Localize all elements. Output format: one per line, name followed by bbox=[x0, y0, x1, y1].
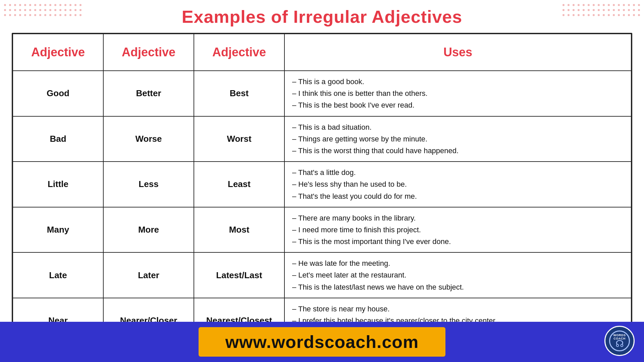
table-row: BadWorseWorst– This is a bad situation.–… bbox=[13, 116, 631, 162]
use-example: – This is the best book I've ever read. bbox=[292, 99, 624, 111]
logo-badge-inner: WORDSCOACH ☊ bbox=[609, 330, 630, 351]
use-example: – The store is near my house. bbox=[292, 303, 624, 315]
cell-adjective-comparative: More bbox=[103, 207, 194, 253]
cell-adjective-comparative: Less bbox=[103, 162, 194, 207]
cell-uses: – That's a little dog.– He's less shy th… bbox=[284, 162, 631, 207]
cell-adjective-superlative: Worst bbox=[194, 116, 284, 162]
use-example: – There are many books in the library. bbox=[292, 212, 624, 224]
header-col2: Adjective bbox=[103, 34, 194, 71]
cell-adjective-superlative: Latest/Last bbox=[194, 252, 284, 298]
use-example: – That's a little dog. bbox=[292, 167, 624, 178]
table-header-row: Adjective Adjective Adjective Uses bbox=[13, 34, 631, 71]
cell-uses: – There are many books in the library.– … bbox=[284, 207, 631, 253]
cell-uses: – He was late for the meeting.– Let's me… bbox=[284, 252, 631, 298]
use-example: – This is a bad situation. bbox=[292, 121, 624, 133]
cell-adjective-comparative: Better bbox=[103, 71, 194, 116]
use-example: – I think this one is better than the ot… bbox=[292, 87, 624, 99]
cell-adjective-base: Late bbox=[13, 252, 103, 298]
cell-adjective-comparative: Later bbox=[103, 252, 194, 298]
table-row: ManyMoreMost– There are many books in th… bbox=[13, 207, 631, 253]
use-example: – Let's meet later at the restaurant. bbox=[292, 269, 624, 281]
use-example: – That's the least you could do for me. bbox=[292, 190, 624, 202]
footer: www.wordscoach.com bbox=[0, 322, 644, 362]
footer-url: www.wordscoach.com bbox=[199, 327, 446, 357]
use-example: – Things are getting worse by the minute… bbox=[292, 133, 624, 145]
use-example: – He was late for the meeting. bbox=[292, 257, 624, 269]
header-col4: Uses bbox=[284, 34, 631, 71]
cell-adjective-base: Bad bbox=[13, 116, 103, 162]
cell-adjective-comparative: Worse bbox=[103, 116, 194, 162]
cell-adjective-base: Good bbox=[13, 71, 103, 116]
cell-adjective-superlative: Most bbox=[194, 207, 284, 253]
cell-uses: – This is a bad situation.– Things are g… bbox=[284, 116, 631, 162]
logo-badge-text: WORDSCOACH bbox=[610, 334, 629, 340]
page-title: Examples of Irregular Adjectives bbox=[0, 0, 644, 33]
use-example: – This is a good book. bbox=[292, 76, 624, 87]
header-col3: Adjective bbox=[194, 34, 284, 71]
table-row: LateLaterLatest/Last– He was late for th… bbox=[13, 252, 631, 298]
main-table-wrapper: Adjective Adjective Adjective Uses GoodB… bbox=[12, 33, 632, 344]
cell-uses: – This is a good book.– I think this one… bbox=[284, 71, 631, 116]
cell-adjective-base: Little bbox=[13, 162, 103, 207]
use-example: – This is the most important thing I've … bbox=[292, 236, 624, 247]
use-example: – This is the worst thing that could hav… bbox=[292, 145, 624, 157]
cell-adjective-superlative: Least bbox=[194, 162, 284, 207]
logo-badge: WORDSCOACH ☊ bbox=[604, 326, 635, 356]
cell-adjective-superlative: Best bbox=[194, 71, 284, 116]
table-row: GoodBetterBest– This is a good book.– I … bbox=[13, 71, 631, 116]
use-example: – I need more time to finish this projec… bbox=[292, 224, 624, 236]
table-row: LittleLessLeast– That's a little dog.– H… bbox=[13, 162, 631, 207]
header-col1: Adjective bbox=[13, 34, 103, 71]
cell-adjective-base: Many bbox=[13, 207, 103, 253]
use-example: – This is the latest/last news we have o… bbox=[292, 281, 624, 293]
adjectives-table: Adjective Adjective Adjective Uses GoodB… bbox=[12, 34, 632, 344]
use-example: – He's less shy than he used to be. bbox=[292, 178, 624, 190]
